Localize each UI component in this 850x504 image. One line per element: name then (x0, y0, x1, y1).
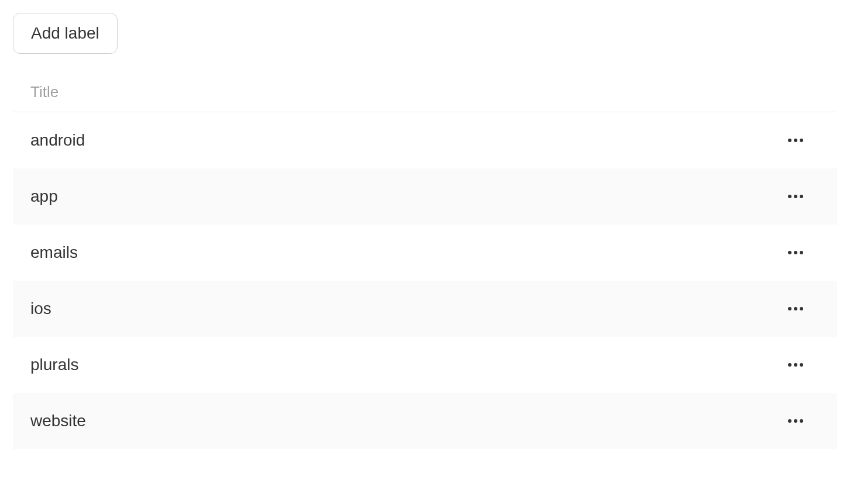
more-horizontal-icon (788, 307, 803, 310)
table-row: android (13, 112, 837, 168)
label-title: emails (30, 243, 78, 262)
more-options-button[interactable] (783, 302, 808, 315)
table-row: app (13, 168, 837, 225)
label-title: app (30, 187, 58, 206)
more-horizontal-icon (788, 139, 803, 142)
column-header-title: Title (30, 83, 58, 101)
table-row: ios (13, 281, 837, 337)
labels-table: Title androidappemailsiospluralswebsite (13, 71, 837, 449)
label-title: ios (30, 299, 51, 318)
more-horizontal-icon (788, 419, 803, 423)
more-options-button[interactable] (783, 358, 808, 371)
more-options-button[interactable] (783, 190, 808, 203)
label-title: android (30, 131, 85, 150)
table-body: androidappemailsiospluralswebsite (13, 112, 837, 449)
add-label-button[interactable]: Add label (13, 13, 118, 54)
label-title: website (30, 412, 86, 430)
more-horizontal-icon (788, 251, 803, 254)
add-label-text: Add label (31, 24, 99, 42)
table-row: website (13, 393, 837, 449)
more-options-button[interactable] (783, 415, 808, 427)
label-title: plurals (30, 355, 78, 374)
table-row: emails (13, 225, 837, 281)
table-header: Title (13, 71, 837, 112)
table-row: plurals (13, 337, 837, 393)
more-horizontal-icon (788, 195, 803, 198)
more-options-button[interactable] (783, 246, 808, 259)
more-horizontal-icon (788, 363, 803, 367)
more-options-button[interactable] (783, 134, 808, 147)
